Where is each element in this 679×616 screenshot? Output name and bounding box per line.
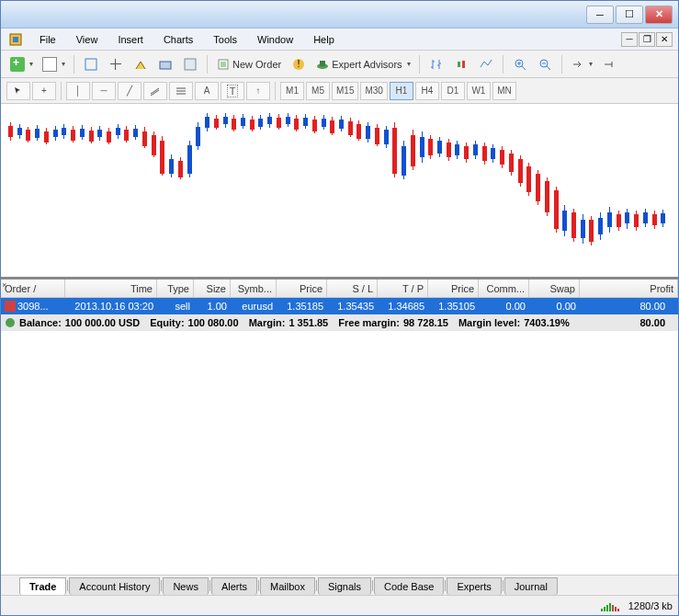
header-time[interactable]: Time [65, 279, 157, 297]
horizontal-line-button[interactable]: ─ [92, 82, 116, 100]
crosshair-button[interactable]: + [32, 82, 56, 100]
svg-rect-3 [160, 62, 171, 69]
menu-charts[interactable]: Charts [154, 31, 202, 48]
hat-icon [316, 58, 329, 71]
tab-trade[interactable]: Trade [19, 577, 66, 595]
separator [74, 55, 74, 74]
minimize-button[interactable]: ─ [586, 6, 614, 24]
timeframe-w1[interactable]: W1 [467, 82, 491, 100]
channel-button[interactable] [143, 82, 167, 100]
zoom-out-button[interactable] [534, 53, 556, 75]
navigator-button[interactable] [105, 53, 127, 75]
header-price2[interactable]: Price [428, 279, 479, 297]
svg-rect-11 [462, 61, 465, 68]
new-chart-button[interactable] [6, 53, 36, 75]
tab-mailbox[interactable]: Mailbox [260, 577, 315, 595]
header-price[interactable]: Price [277, 279, 327, 297]
account-icon [5, 317, 16, 328]
strategy-tester-button[interactable] [179, 53, 201, 75]
data-window-button[interactable] [130, 53, 152, 75]
autotrading-button[interactable]: ! [288, 53, 310, 75]
terminal-panel: × Order / Time Type Size Symb... Price S… [1, 279, 678, 595]
menu-tools[interactable]: Tools [204, 31, 246, 48]
profiles-button[interactable] [39, 53, 68, 75]
timeframe-m15[interactable]: M15 [332, 82, 358, 100]
header-symbol[interactable]: Symb... [231, 279, 277, 297]
timeframe-mn[interactable]: MN [492, 82, 516, 100]
header-tp[interactable]: T / P [378, 279, 428, 297]
grid-header: Order / Time Type Size Symb... Price S /… [1, 279, 678, 298]
vertical-line-button[interactable]: │ [66, 82, 90, 100]
trendline-button[interactable]: ╱ [118, 82, 141, 100]
terminal-tabs: TradeAccount HistoryNewsAlertsMailboxSig… [1, 575, 678, 595]
close-button[interactable]: ✕ [645, 6, 673, 24]
timeframe-m1[interactable]: M1 [280, 82, 304, 100]
timeframe-h4[interactable]: H4 [415, 82, 439, 100]
separator [503, 55, 504, 74]
expert-advisors-button[interactable]: Expert Advisors [312, 53, 413, 75]
candlestick-chart [1, 104, 678, 277]
menu-window[interactable]: Window [248, 31, 302, 48]
order-row[interactable]: 3098... 2013.10.16 03:20 sell 1.00 eurus… [1, 298, 678, 314]
timeframe-m30[interactable]: M30 [360, 82, 387, 100]
mdi-close[interactable]: ✕ [656, 32, 673, 47]
arrows-button[interactable]: ↑ [246, 82, 270, 100]
svg-text:!: ! [298, 58, 300, 69]
order-icon [217, 58, 230, 71]
mdi-controls: ─ ❐ ✕ [621, 32, 673, 47]
tab-news[interactable]: News [163, 577, 209, 595]
menu-view[interactable]: View [67, 31, 108, 48]
timeframe-h1[interactable]: H1 [390, 82, 413, 100]
separator [207, 55, 208, 74]
separator [61, 82, 62, 100]
separator [419, 55, 420, 74]
warning-icon: ! [292, 58, 305, 71]
timeframe-d1[interactable]: D1 [441, 82, 465, 100]
header-commission[interactable]: Comm... [479, 279, 529, 297]
line-chart-button[interactable] [475, 53, 497, 75]
market-watch-button[interactable] [80, 53, 102, 75]
fibonacci-button[interactable] [169, 82, 193, 100]
svg-rect-2 [85, 59, 96, 70]
separator [561, 55, 562, 74]
document-icon [42, 57, 57, 72]
text-button[interactable]: A [195, 82, 219, 100]
svg-rect-14 [5, 301, 16, 312]
auto-scroll-button[interactable] [568, 53, 595, 75]
new-order-button[interactable]: New Order [213, 53, 285, 75]
header-order[interactable]: Order / [1, 279, 65, 297]
cursor-button[interactable] [6, 82, 30, 100]
mdi-restore[interactable]: ❐ [639, 32, 655, 47]
tab-alerts[interactable]: Alerts [211, 577, 257, 595]
tab-signals[interactable]: Signals [318, 577, 371, 595]
traffic-label: 1280/3 kb [628, 600, 673, 611]
header-size[interactable]: Size [194, 279, 231, 297]
zoom-in-button[interactable] [509, 53, 531, 75]
menu-insert[interactable]: Insert [108, 31, 153, 48]
tab-experts[interactable]: Experts [447, 577, 501, 595]
header-profit[interactable]: Profit [580, 279, 678, 297]
maximize-button[interactable]: ☐ [616, 6, 643, 24]
menu-file[interactable]: File [30, 31, 65, 48]
tab-journal[interactable]: Journal [504, 577, 558, 595]
menu-help[interactable]: Help [304, 31, 344, 48]
chart-shift-button[interactable] [598, 53, 620, 75]
separator [275, 82, 276, 100]
terminal-empty [1, 331, 678, 575]
terminal-button[interactable] [154, 53, 176, 75]
bar-chart-button[interactable] [425, 53, 447, 75]
crosshair-icon [108, 57, 123, 72]
app-icon [6, 30, 25, 49]
terminal-close-button[interactable]: × [2, 280, 6, 290]
tab-account-history[interactable]: Account History [69, 577, 160, 595]
zoom-in-icon [514, 58, 526, 71]
timeframe-m5[interactable]: M5 [306, 82, 330, 100]
tab-code-base[interactable]: Code Base [374, 577, 444, 595]
text-label-button[interactable]: T [221, 82, 244, 100]
header-sl[interactable]: S / L [327, 279, 378, 297]
header-type[interactable]: Type [157, 279, 194, 297]
mdi-minimize[interactable]: ─ [621, 32, 638, 47]
header-swap[interactable]: Swap [529, 279, 580, 297]
chart-area[interactable] [1, 104, 678, 279]
candlestick-button[interactable] [450, 53, 472, 75]
